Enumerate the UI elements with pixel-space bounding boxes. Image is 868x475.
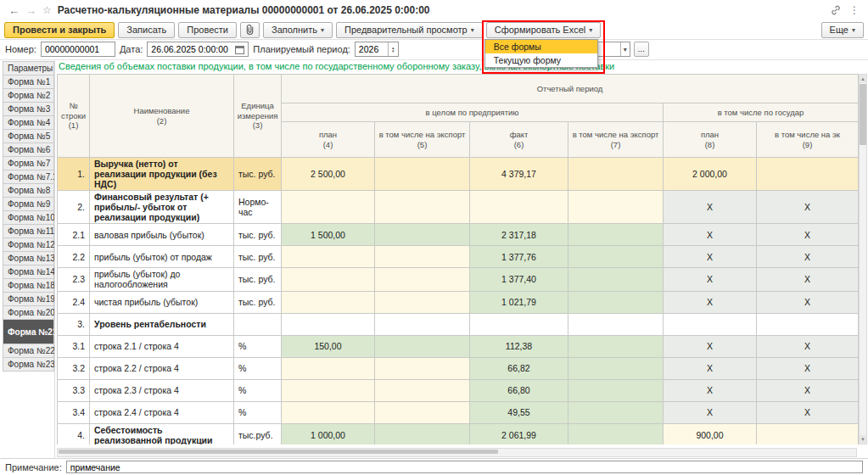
data-cell[interactable]: X xyxy=(664,291,757,313)
sidebar-tab-4[interactable]: Форма №4 xyxy=(3,115,54,130)
product-choose-button[interactable]: … xyxy=(634,42,649,57)
data-cell[interactable] xyxy=(375,313,470,335)
data-cell[interactable] xyxy=(568,401,664,423)
data-cell[interactable] xyxy=(282,268,375,291)
row-number-cell[interactable]: 3.3 xyxy=(58,379,90,401)
data-cell[interactable] xyxy=(664,313,757,335)
generate-excel-button[interactable]: Сформировать Excel ▾ xyxy=(486,22,602,38)
sidebar-tab-10[interactable]: Форма №9 xyxy=(3,197,54,211)
row-number-cell[interactable]: 4. xyxy=(58,423,90,444)
row-name-cell[interactable]: строка 2.2 / строка 4 xyxy=(90,357,234,379)
sidebar-tab-8[interactable]: Форма №7.1 xyxy=(3,170,54,184)
data-cell[interactable]: 1 021,79 xyxy=(470,291,568,313)
sidebar-tab-16[interactable]: Форма №18 xyxy=(3,278,54,293)
data-cell[interactable]: 150,00 xyxy=(282,335,375,357)
data-cell[interactable] xyxy=(757,423,859,444)
combo-dropdown-icon[interactable]: ▾ xyxy=(620,42,630,56)
sidebar-tab-7[interactable]: Форма №7 xyxy=(3,156,54,170)
period-input[interactable]: 2026 ▴ ▾ xyxy=(355,42,399,57)
row-number-cell[interactable]: 3.2 xyxy=(58,357,90,379)
data-cell[interactable] xyxy=(375,335,470,357)
write-button[interactable]: Записать xyxy=(118,22,175,38)
row-unit-cell[interactable]: тыс. руб. xyxy=(234,268,282,291)
data-cell[interactable]: 2 061,99 xyxy=(470,423,568,444)
sidebar-tab-19[interactable]: Форма №21 xyxy=(3,319,54,344)
data-cell[interactable]: X xyxy=(664,401,757,423)
row-name-cell[interactable]: Себестоимость реализованной продукции xyxy=(90,423,234,444)
note-input[interactable]: примечание xyxy=(66,461,863,473)
number-input[interactable]: 00000000001 xyxy=(41,42,115,57)
data-cell[interactable]: 1 500,00 xyxy=(282,224,375,246)
sidebar-tab-21[interactable]: Форма №23 xyxy=(3,357,54,372)
more-options-icon[interactable]: ⋮ xyxy=(849,4,860,16)
data-cell[interactable] xyxy=(470,313,568,335)
data-cell[interactable]: 1 000,00 xyxy=(282,423,375,444)
row-name-cell[interactable]: прибыль (убыток) от продаж xyxy=(90,246,234,268)
row-name-cell[interactable]: Финансовый результат (+ прибыль/- убыток… xyxy=(90,191,234,224)
data-cell[interactable]: 900,00 xyxy=(664,423,757,444)
row-number-cell[interactable]: 2.1 xyxy=(58,224,90,246)
preview-button[interactable]: Предварительный просмотр ▾ xyxy=(336,22,483,38)
row-number-cell[interactable]: 2.3 xyxy=(58,268,90,291)
data-cell[interactable]: 112,38 xyxy=(470,335,568,357)
row-unit-cell[interactable]: тыс. руб. xyxy=(234,158,282,191)
data-cell[interactable]: X xyxy=(757,224,859,246)
data-cell[interactable]: X xyxy=(664,357,757,379)
data-cell[interactable] xyxy=(282,291,375,313)
data-cell[interactable] xyxy=(568,357,664,379)
fill-button[interactable]: Заполнить ▾ xyxy=(263,22,333,38)
data-cell[interactable] xyxy=(568,191,664,224)
back-icon[interactable]: ← xyxy=(8,5,20,16)
data-cell[interactable] xyxy=(568,423,664,444)
row-unit-cell[interactable]: тыс.руб. xyxy=(234,423,282,444)
data-cell[interactable] xyxy=(375,268,470,291)
data-cell[interactable] xyxy=(375,246,470,268)
sidebar-tab-3[interactable]: Форма №3 xyxy=(3,102,54,116)
data-cell[interactable]: X xyxy=(664,268,757,291)
data-cell[interactable] xyxy=(282,357,375,379)
sidebar-tab-13[interactable]: Форма №12 xyxy=(3,238,54,252)
data-cell[interactable] xyxy=(375,379,470,401)
data-cell[interactable]: X xyxy=(757,268,859,291)
data-cell[interactable]: 4 379,17 xyxy=(470,158,568,191)
row-unit-cell[interactable] xyxy=(234,313,282,335)
spin-down-icon[interactable]: ▾ xyxy=(392,49,395,53)
data-cell[interactable]: X xyxy=(664,246,757,268)
sidebar-tab-0[interactable]: Параметры xyxy=(3,61,54,75)
favorite-star-icon[interactable]: ☆ xyxy=(42,4,52,16)
menu-item-all-forms[interactable]: Все формы xyxy=(485,40,597,53)
data-cell[interactable] xyxy=(375,357,470,379)
data-cell[interactable]: X xyxy=(664,335,757,357)
row-unit-cell[interactable]: тыс. руб. xyxy=(234,246,282,268)
more-button[interactable]: Еще ▾ xyxy=(821,22,864,38)
data-cell[interactable]: X xyxy=(664,224,757,246)
attachments-button[interactable] xyxy=(240,22,260,38)
row-number-cell[interactable]: 3.1 xyxy=(58,335,90,357)
period-spinner[interactable]: ▴ ▾ xyxy=(388,42,398,56)
sidebar-tab-15[interactable]: Форма №14 xyxy=(3,265,54,279)
data-cell[interactable]: X xyxy=(757,246,859,268)
data-cell[interactable] xyxy=(757,158,859,191)
date-input[interactable]: 26.06.2025 0:00:00 xyxy=(147,42,249,57)
row-number-cell[interactable]: 2.2 xyxy=(58,246,90,268)
data-cell[interactable]: 1 377,76 xyxy=(470,246,568,268)
vertical-scrollbar[interactable]: ▲ ▼ xyxy=(859,74,867,444)
data-cell[interactable] xyxy=(568,313,664,335)
sidebar-tab-5[interactable]: Форма №5 xyxy=(3,129,54,143)
post-button[interactable]: Провести xyxy=(178,22,237,38)
data-cell[interactable]: X xyxy=(757,191,859,224)
sidebar-tab-6[interactable]: Форма №6 xyxy=(3,142,54,157)
data-cell[interactable] xyxy=(757,313,859,335)
data-cell[interactable]: X xyxy=(757,335,859,357)
menu-item-current-form[interactable]: Текущую форму xyxy=(485,53,597,67)
row-name-cell[interactable]: прибыль (убыток) до налогообложения xyxy=(90,268,234,291)
row-unit-cell[interactable]: % xyxy=(234,335,282,357)
row-name-cell[interactable]: чистая прибыль (убыток) xyxy=(90,291,234,313)
data-cell[interactable] xyxy=(568,158,664,191)
data-cell[interactable] xyxy=(568,268,664,291)
row-number-cell[interactable]: 2. xyxy=(58,191,90,224)
data-cell[interactable]: X xyxy=(757,291,859,313)
data-cell[interactable]: 1 377,40 xyxy=(470,268,568,291)
sidebar-tab-11[interactable]: Форма №10 xyxy=(3,210,54,225)
row-unit-cell[interactable]: тыс. руб. xyxy=(234,224,282,246)
